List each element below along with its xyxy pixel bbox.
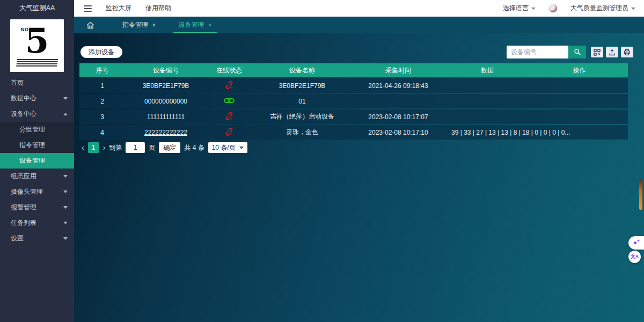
cell-data: 39 | 33 | 27 | 13 | 13 | 8 | 18 | 0 | 0 …	[444, 125, 531, 140]
language-selector[interactable]: 选择语言	[503, 4, 536, 13]
header-online-status: 在线状态	[207, 63, 252, 77]
username-label: 大气质量监测管理员	[570, 4, 628, 13]
add-device-button[interactable]: 添加设备	[80, 46, 122, 58]
cell-device-name: 3E0BF2E1F79B	[252, 78, 353, 93]
table-body: 1 3E0BF2E1F79B	[79, 78, 628, 140]
printer-icon	[624, 49, 631, 56]
tab-bar: 指令管理 ✕ 设备管理 ✕	[74, 17, 644, 33]
cell-collect-time	[353, 94, 444, 108]
table-row[interactable]: 4 222222222222	[79, 125, 628, 140]
sidebar-item-label: 任务列表	[11, 218, 36, 228]
sidebar-item-group-management[interactable]: 分组管理	[0, 122, 74, 137]
sidebar-item-label: 报警管理	[11, 203, 36, 212]
header-index: 序号	[79, 63, 125, 77]
menu-collapse-icon[interactable]	[84, 5, 92, 12]
cell-collect-time: 2021-04-26 09:18:43	[353, 78, 444, 93]
sidebar-item-label: 设备中心	[11, 109, 36, 119]
header-device-number: 设备编号	[125, 63, 207, 77]
cell-online-status	[207, 78, 252, 93]
tab-device-management[interactable]: 设备管理 ✕	[172, 17, 219, 33]
header-collect-time: 采集时间	[353, 63, 444, 77]
cell-collect-time: 2023-02-08 10:17:07	[353, 109, 444, 124]
cell-actions	[531, 94, 628, 108]
header-device-name: 设备名称	[252, 63, 353, 77]
sidebar-item-data-center[interactable]: 数据中心	[0, 91, 74, 106]
table-row[interactable]: 3 111111111111	[79, 109, 628, 124]
cell-index: 4	[79, 125, 125, 140]
user-menu[interactable]: 大气质量监测管理员	[570, 4, 635, 13]
translate-icon: 文A	[631, 253, 639, 260]
sidebar-item-home[interactable]: 首页	[0, 75, 74, 91]
search-input[interactable]	[507, 46, 568, 58]
top-navbar: 监控大屏 使用帮助 选择语言 大气质量监测管理员	[74, 0, 644, 17]
logo-glitch-decoration	[16, 59, 58, 67]
export-button[interactable]	[606, 47, 618, 57]
header-actions: 操作	[531, 63, 628, 77]
cell-index: 3	[79, 109, 125, 124]
chevron-down-icon	[63, 222, 68, 224]
search-icon	[574, 48, 581, 56]
page-jump-input[interactable]	[126, 142, 145, 153]
total-count-label: 共 4 条	[184, 143, 204, 152]
close-icon[interactable]: ✕	[152, 23, 156, 28]
sidebar-item-camera-management[interactable]: 摄像头管理	[0, 184, 74, 200]
sidebar-item-label: 摄像头管理	[11, 187, 43, 196]
sidebar-item-label: 指令管理	[19, 141, 45, 150]
ai-assistant-button[interactable]: ✦ ✦	[628, 236, 644, 250]
table-row[interactable]: 2 000000000000	[79, 94, 628, 108]
sidebar-item-device-center[interactable]: 设备中心	[0, 106, 74, 122]
nav-item-monitor-screen[interactable]: 监控大屏	[106, 4, 131, 13]
cell-collect-time: 2023-02-08 10:17:10	[353, 125, 444, 140]
cell-actions	[531, 109, 628, 124]
sparkles-icon: ✦	[637, 239, 640, 243]
chevron-down-icon	[63, 175, 68, 178]
tab-home-button[interactable]	[74, 17, 106, 33]
link-icon	[224, 98, 235, 106]
jump-suffix-label: 页	[149, 143, 155, 152]
broken-link-icon	[225, 130, 233, 137]
broken-link-icon	[225, 114, 233, 122]
next-page-button[interactable]: ›	[103, 142, 106, 153]
search-button[interactable]	[568, 46, 586, 58]
table-row[interactable]: 1 3E0BF2E1F79B	[79, 78, 628, 93]
close-icon[interactable]: ✕	[208, 23, 213, 28]
sidebar-item-settings[interactable]: 设置	[0, 231, 74, 246]
language-label: 选择语言	[503, 4, 529, 13]
content-panel: 添加设备	[74, 33, 644, 322]
app-window: 大气监测AA NO. 5 首页 数据中心 设备中心 分组管理	[0, 0, 644, 322]
cell-index: 2	[79, 94, 125, 108]
tab-label: 指令管理	[122, 20, 148, 30]
translate-button[interactable]: 文A	[628, 251, 641, 263]
toolbar: 添加设备	[79, 46, 633, 58]
sidebar-item-scada-app[interactable]: 组态应用	[0, 169, 74, 184]
sidebar-item-label: 设置	[11, 234, 24, 243]
cell-device-name: 吉祥（绝萍）启动设备	[252, 109, 353, 124]
tab-label: 设备管理	[179, 20, 204, 30]
cell-device-number: 222222222222	[125, 125, 207, 140]
page-number-button[interactable]: 1	[88, 142, 99, 153]
sidebar-item-task-list[interactable]: 任务列表	[0, 215, 74, 231]
chevron-down-icon	[63, 206, 68, 209]
cell-online-status	[207, 109, 252, 124]
cell-online-status	[207, 94, 252, 108]
nav-item-help[interactable]: 使用帮助	[145, 4, 171, 13]
sidebar-item-label: 数据中心	[11, 94, 36, 103]
jump-prefix-label: 到第	[109, 143, 122, 152]
sidebar-item-alarm-management[interactable]: 报警管理	[0, 200, 74, 215]
cell-device-name: 01	[252, 94, 353, 108]
user-avatar[interactable]	[548, 4, 558, 13]
confirm-button[interactable]: 确定	[159, 142, 180, 153]
chevron-down-icon	[63, 237, 68, 240]
sidebar-item-device-management[interactable]: 设备管理	[0, 153, 74, 169]
page-size-select[interactable]: 10 条/页	[208, 142, 247, 153]
scrollbar-thumb[interactable]	[639, 179, 642, 210]
cell-data	[444, 78, 531, 93]
print-button[interactable]	[621, 47, 633, 57]
qr-code-button[interactable]	[591, 47, 603, 57]
search-group	[507, 46, 586, 58]
prev-page-button[interactable]: ‹	[82, 142, 84, 153]
sidebar-item-command-management[interactable]: 指令管理	[0, 137, 74, 153]
cell-data	[444, 109, 531, 124]
toolbar-icon-buttons	[591, 47, 633, 57]
tab-command-management[interactable]: 指令管理 ✕	[116, 17, 163, 33]
